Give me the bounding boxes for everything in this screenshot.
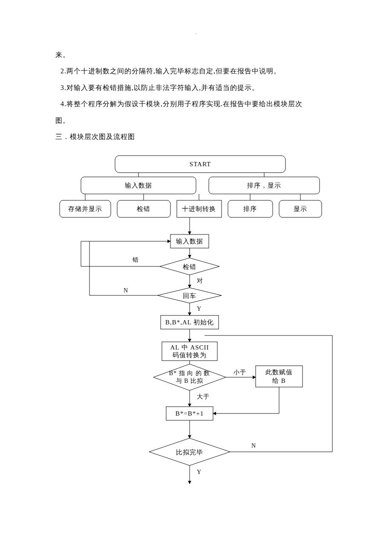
path-err-loop xyxy=(81,241,170,266)
path-done-N xyxy=(230,335,332,452)
f-check-ok: 对 xyxy=(197,278,203,284)
f-input-label: 输入数据 xyxy=(176,238,203,245)
para-3: 4.将整个程序分解为假设干模块,分别用子程序实现.在报告中要给出模块层次 xyxy=(55,96,337,112)
page-body: 来。 2.两个十进制数之间的分隔符,输入完毕标志自定,但要在报告中说明。 3.对… xyxy=(0,0,392,507)
para-1: 2.两个十进制数之间的分隔符,输入完毕标志自定,但要在报告中说明。 xyxy=(55,63,337,79)
f-cmp-diamond xyxy=(153,364,226,390)
para-2: 3.对输入要有检错措施,以防止非法字符输入,并有适当的提示。 xyxy=(55,80,337,96)
h-start-label: START xyxy=(190,161,211,168)
f-cmp-l1: B* 指 向 的 数 xyxy=(169,370,210,376)
diagram: START 输入数据 排序，显示 存储并显示 检错 十进制转换 排序 显示 xyxy=(55,153,337,490)
h-b3-label: 十进制转换 xyxy=(182,205,216,212)
f-conv-l1: AL 中 ASCII xyxy=(170,344,209,351)
f-enter-Y: Y xyxy=(197,306,202,312)
header-dot: . xyxy=(0,30,392,35)
f-cmp-l2: 与 B 比拟 xyxy=(176,378,203,384)
para-4: 图。 xyxy=(55,113,337,129)
f-inc-label: B*=B*+1 xyxy=(176,410,204,417)
f-assign-l2: 给 B xyxy=(272,377,286,384)
f-cmp-gt: 大于 xyxy=(197,393,210,400)
f-check-label: 检错 xyxy=(183,263,196,270)
path-assign-inc xyxy=(213,387,279,413)
h-b1-label: 存储并显示 xyxy=(68,205,102,212)
f-enter-N: N xyxy=(124,287,128,294)
f-conv-l2: 码值转换为 xyxy=(173,352,207,358)
h-b4-label: 排序 xyxy=(243,205,257,212)
section-title: 三．模块层次图及流程图 xyxy=(55,129,337,145)
h-b5-label: 显示 xyxy=(294,205,307,212)
f-assign-l1: 此数赋值 xyxy=(265,369,293,376)
f-init-label: B,B*,AL 初始化 xyxy=(165,319,214,326)
para-0: 来。 xyxy=(55,47,337,63)
h-b2-label: 检错 xyxy=(137,205,150,212)
h-mid-right-label: 排序，显示 xyxy=(247,182,281,189)
f-cmp-lt: 小于 xyxy=(233,369,246,376)
f-done-label: 比拟完毕 xyxy=(176,449,203,456)
f-check-err: 错 xyxy=(132,257,139,263)
f-done-N: N xyxy=(251,442,256,449)
h-mid-left-label: 输入数据 xyxy=(125,182,152,189)
f-done-Y: Y xyxy=(197,469,202,475)
f-enter-label: 回车 xyxy=(183,292,196,299)
diagram-svg: START 输入数据 排序，显示 存储并显示 检错 十进制转换 排序 显示 xyxy=(55,153,337,490)
